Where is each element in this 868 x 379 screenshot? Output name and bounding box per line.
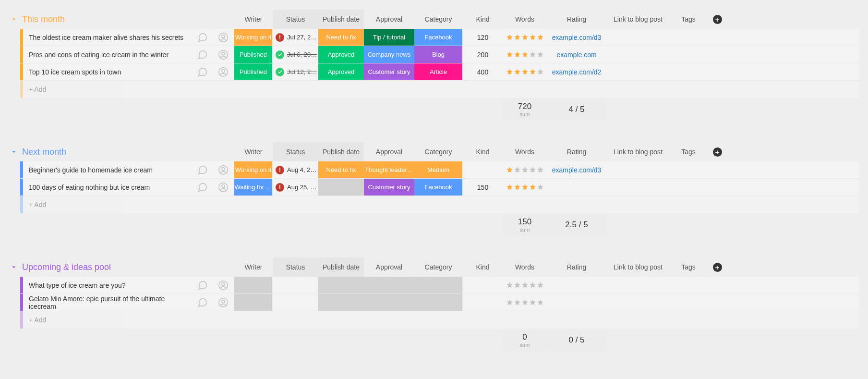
rating-cell[interactable] [503,29,546,46]
col-writer[interactable]: Writer [234,263,273,271]
col-approval[interactable]: Approval [364,148,414,156]
col-kind[interactable]: Kind [462,148,503,156]
add-row[interactable]: + Add [20,196,859,213]
kind-cell[interactable]: Article [414,63,462,80]
link-cell[interactable] [546,277,607,293]
approval-cell[interactable]: Approved [318,63,364,80]
status-cell[interactable] [234,277,273,293]
col-status[interactable]: Status [273,257,318,277]
date-cell[interactable]: !Aug 25, … [273,179,318,196]
tags-cell[interactable] [607,29,669,46]
date-cell[interactable] [273,294,318,311]
chat-icon[interactable] [193,46,212,63]
chat-icon[interactable] [193,179,212,196]
status-cell[interactable]: Published [234,46,273,63]
col-tags[interactable]: Tags [669,263,708,271]
writer-avatar[interactable] [212,29,234,46]
writer-avatar[interactable] [212,161,234,178]
add-row[interactable]: + Add [20,81,859,98]
item-title[interactable]: Beginner's guide to homemade ice cream [23,161,193,178]
col-approval[interactable]: Approval [364,15,414,23]
kind-cell[interactable]: Facebook [414,29,462,46]
col-link[interactable]: Link to blog post [607,15,669,23]
approval-cell[interactable]: Need to fix [318,161,364,178]
col-rating[interactable]: Rating [546,263,607,271]
col-kind[interactable]: Kind [462,263,503,271]
add-column-button[interactable]: + [708,263,727,272]
link-cell[interactable] [546,179,607,196]
date-cell[interactable]: Jul 12, 2… [273,63,318,80]
item-title[interactable]: Gelato Mio Amore: epic pursuit of the ul… [23,294,193,311]
date-cell[interactable]: !Aug 4, 2… [273,161,318,178]
chevron-down-icon[interactable] [10,147,18,156]
add-column-button[interactable]: + [708,15,727,24]
col-link[interactable]: Link to blog post [607,148,669,156]
writer-avatar[interactable] [212,46,234,63]
kind-cell[interactable]: Blog [414,46,462,63]
tags-cell[interactable] [607,179,669,196]
category-cell[interactable] [364,277,414,293]
tags-cell[interactable] [607,161,669,178]
link-cell[interactable]: example.com/d2 [546,63,607,80]
col-category[interactable]: Category [414,148,462,156]
col-words[interactable]: Words [503,263,546,271]
link-cell[interactable] [546,294,607,311]
words-cell[interactable]: 120 [462,29,503,46]
col-rating[interactable]: Rating [546,15,607,23]
tags-cell[interactable] [607,63,669,80]
status-cell[interactable]: Working on it [234,29,273,46]
rating-cell[interactable] [503,277,546,293]
add-row[interactable]: + Add [20,311,859,329]
chat-icon[interactable] [193,294,212,311]
col-publish-date[interactable]: Publish date [318,10,364,29]
col-link[interactable]: Link to blog post [607,263,669,271]
link-cell[interactable]: example.com/d3 [546,161,607,178]
col-approval[interactable]: Approval [364,263,414,271]
col-category[interactable]: Category [414,15,462,23]
date-cell[interactable]: !Jul 27, 2… [273,29,318,46]
date-cell[interactable] [273,277,318,293]
chat-icon[interactable] [193,161,212,178]
approval-cell[interactable]: Approved [318,46,364,63]
col-words[interactable]: Words [503,148,546,156]
approval-cell[interactable] [318,277,364,293]
col-kind[interactable]: Kind [462,15,503,23]
kind-cell[interactable]: Medium [414,161,462,178]
writer-avatar[interactable] [212,179,234,196]
chevron-down-icon[interactable] [10,15,18,24]
category-cell[interactable]: Tip / tutorial [364,29,414,46]
link-cell[interactable]: example.com/d3 [546,29,607,46]
col-rating[interactable]: Rating [546,148,607,156]
words-cell[interactable]: 200 [462,46,503,63]
col-status[interactable]: Status [273,10,318,29]
rating-cell[interactable] [503,161,546,178]
writer-avatar[interactable] [212,294,234,311]
words-cell[interactable] [462,277,503,293]
col-tags[interactable]: Tags [669,148,708,156]
item-title[interactable]: Top 10 ice cream spots in town [23,63,193,80]
status-cell[interactable] [234,294,273,311]
chat-icon[interactable] [193,29,212,46]
status-cell[interactable]: Published [234,63,273,80]
category-cell[interactable]: Thought leader… [364,161,414,178]
add-column-button[interactable]: + [708,147,727,157]
category-cell[interactable]: Company news [364,46,414,63]
category-cell[interactable]: Customer story [364,179,414,196]
col-writer[interactable]: Writer [234,15,273,23]
words-cell[interactable]: 150 [462,179,503,196]
tags-cell[interactable] [607,46,669,63]
chevron-down-icon[interactable] [10,263,18,271]
col-writer[interactable]: Writer [234,148,273,156]
approval-cell[interactable] [318,179,364,196]
words-cell[interactable]: 400 [462,63,503,80]
kind-cell[interactable] [414,277,462,293]
words-cell[interactable] [462,161,503,178]
item-title[interactable]: Pros and cons of eating ice cream in the… [23,46,193,63]
chat-icon[interactable] [193,277,212,293]
tags-cell[interactable] [607,294,669,311]
col-status[interactable]: Status [273,142,318,161]
rating-cell[interactable] [503,294,546,311]
chat-icon[interactable] [193,63,212,80]
approval-cell[interactable]: Need to fix [318,29,364,46]
kind-cell[interactable] [414,294,462,311]
